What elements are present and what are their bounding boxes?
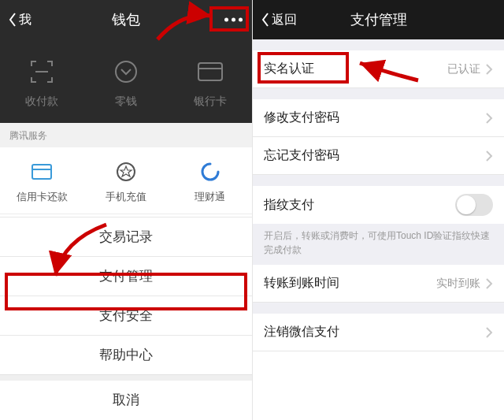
- action-label: 银行卡: [168, 95, 252, 109]
- section-gap: [253, 175, 504, 186]
- chevron-right-icon: [485, 326, 493, 339]
- wallet-top-actions: 收付款 零钱 银行卡: [0, 39, 252, 123]
- svg-point-0: [116, 61, 136, 82]
- more-icon: [239, 18, 243, 22]
- chevron-left-icon: [261, 12, 270, 28]
- row-real-name[interactable]: 实名认证 已认证: [253, 50, 504, 88]
- svg-rect-3: [32, 165, 51, 179]
- more-button[interactable]: [224, 18, 243, 22]
- action-label: 收付款: [0, 95, 84, 109]
- action-pay-receive[interactable]: 收付款: [0, 39, 84, 123]
- section-gap: [253, 303, 504, 314]
- coin-icon: [112, 58, 140, 86]
- card-icon: [196, 61, 224, 83]
- more-icon: [232, 18, 235, 22]
- action-label: 零钱: [84, 95, 169, 109]
- row-transfer-arrival[interactable]: 转账到账时间 实时到账: [253, 265, 504, 303]
- chevron-left-icon: [8, 12, 17, 28]
- sheet-item-pay-security[interactable]: 支付安全: [0, 295, 252, 335]
- row-label: 修改支付密码: [264, 110, 485, 126]
- spinner-icon: [200, 162, 220, 182]
- chevron-right-icon: [485, 150, 493, 162]
- service-label: 理财通: [168, 190, 252, 204]
- row-label: 忘记支付密码: [264, 147, 485, 164]
- service-credit-repay[interactable]: 信用卡还款: [0, 147, 84, 214]
- more-icon: [224, 18, 228, 22]
- section-gap: [253, 88, 504, 99]
- row-value: 实时到账: [436, 277, 480, 291]
- nav-bar: 返回 支付管理: [253, 0, 504, 39]
- sheet-item-help[interactable]: 帮助中心: [0, 335, 252, 374]
- back-label: 我: [19, 12, 32, 28]
- right-screen: 返回 支付管理 实名认证 已认证 修改支付密码 忘记支付密码 指纹支付 开启后，…: [252, 0, 504, 420]
- chevron-right-icon: [485, 277, 493, 290]
- chevron-right-icon: [485, 112, 493, 125]
- card-service-icon: [31, 163, 53, 180]
- row-label: 注销微信支付: [264, 324, 485, 340]
- service-label: 信用卡还款: [0, 190, 84, 204]
- nav-title: 钱包: [0, 10, 252, 29]
- row-label: 转账到账时间: [264, 275, 436, 292]
- service-topup[interactable]: 手机充值: [84, 147, 169, 214]
- fingerprint-switch[interactable]: [455, 194, 493, 216]
- row-forgot-password[interactable]: 忘记支付密码: [253, 137, 504, 175]
- section-header: 腾讯服务: [0, 123, 252, 147]
- svg-rect-1: [198, 63, 222, 80]
- nav-bar: 我 钱包: [0, 0, 252, 39]
- sheet-gap: [0, 374, 252, 381]
- scan-icon: [28, 58, 56, 86]
- tencent-services: 信用卡还款 手机充值 理财通: [0, 147, 252, 214]
- action-sheet: 交易记录 支付管理 支付安全 帮助中心 取消: [0, 217, 252, 420]
- left-screen: 我 钱包 收付款 零钱 银行卡 腾讯服务: [0, 0, 252, 420]
- action-bank-card[interactable]: 银行卡: [168, 39, 252, 123]
- sheet-item-pay-manage[interactable]: 支付管理: [0, 256, 252, 295]
- fingerprint-hint: 开启后，转账或消费时，可使用Touch ID验证指纹快速完成付款: [253, 224, 504, 265]
- sheet-item-transactions[interactable]: 交易记录: [0, 217, 252, 256]
- action-change[interactable]: 零钱: [84, 39, 169, 123]
- row-deregister[interactable]: 注销微信支付: [253, 314, 504, 351]
- section-gap: [253, 39, 504, 50]
- row-label: 指纹支付: [264, 197, 455, 214]
- row-fingerprint[interactable]: 指纹支付: [253, 186, 504, 224]
- star-icon: [116, 162, 136, 182]
- row-change-password[interactable]: 修改支付密码: [253, 99, 504, 137]
- sheet-cancel[interactable]: 取消: [0, 381, 252, 420]
- service-licaitong[interactable]: 理财通: [168, 147, 252, 214]
- chevron-right-icon: [485, 63, 493, 76]
- back-button[interactable]: 返回: [261, 12, 297, 28]
- service-label: 手机充值: [84, 190, 169, 204]
- back-label: 返回: [272, 12, 297, 28]
- row-label: 实名认证: [264, 61, 447, 77]
- row-value: 已认证: [447, 62, 480, 76]
- back-button[interactable]: 我: [8, 12, 32, 28]
